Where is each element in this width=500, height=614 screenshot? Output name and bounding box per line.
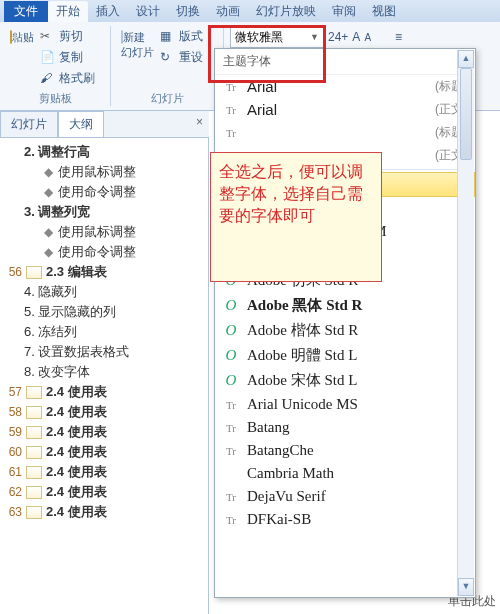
annotation-box-fontpicker [208,25,326,83]
slide-number: 61 [6,465,22,479]
slide-number: 60 [6,445,22,459]
outline-text: 2.4 使用表 [46,403,107,421]
slide-number: 59 [6,425,22,439]
font-name: Adobe 宋体 Std L [247,371,357,390]
menu-tab-view[interactable]: 视图 [364,1,404,22]
slide-thumbnail-icon [26,486,42,499]
slide-thumbnail-icon [26,506,42,519]
font-option[interactable]: Cambria Math [215,462,475,485]
font-name: DFKai-SB [247,511,311,528]
bullet-icon: ◆ [42,165,54,179]
font-name: Adobe 楷体 Std R [247,321,358,340]
format-painter-button[interactable]: 🖌格式刷 [38,68,97,89]
reset-button[interactable]: ↻重设 [158,47,205,68]
outline-item[interactable]: ◆使用命令调整 [0,182,208,202]
font-name: BatangChe [247,442,314,459]
outline-item[interactable]: 582.4 使用表 [0,402,208,422]
outline-item[interactable]: 6. 冻结列 [0,322,208,342]
slide-thumbnail-icon [26,426,42,439]
outline-item[interactable]: 3. 调整列宽 [0,202,208,222]
copy-button[interactable]: 📄复制 [38,47,97,68]
clipboard-group-label: 剪贴板 [6,89,104,106]
annotation-callout: 全选之后，便可以调整字体，选择自己需要的字体即可 [210,152,382,282]
cut-button[interactable]: ✂剪切 [38,26,97,47]
new-slide-button[interactable]: 新建 幻灯片 [117,26,158,68]
outline-text: 使用命令调整 [58,243,136,261]
outline-text: 2.4 使用表 [46,503,107,521]
font-name: Arial Unicode MS [247,396,358,413]
font-option[interactable]: OAdobe 宋体 Std L [215,368,475,393]
outline-item[interactable]: 612.4 使用表 [0,462,208,482]
layout-button[interactable]: ▦版式 [158,26,205,47]
font-size-field[interactable]: 24+ [328,30,348,44]
outline-item[interactable]: 562.3 编辑表 [0,262,208,282]
scroll-thumb[interactable] [460,68,472,160]
outline-item[interactable]: 7. 设置数据表格式 [0,342,208,362]
outline-text: 2.4 使用表 [46,463,107,481]
font-option[interactable]: TrArial(正文) [215,98,475,121]
menu-tab-home[interactable]: 开始 [48,1,88,22]
bullet-icon: ◆ [42,245,54,259]
font-grow-icon[interactable]: A [352,30,360,44]
scroll-up-button[interactable]: ▲ [458,50,474,68]
font-name: DejaVu Serif [247,488,326,505]
font-type-icon: Tr [223,399,239,411]
outline-item[interactable]: 592.4 使用表 [0,422,208,442]
font-shrink-icon[interactable]: A [364,32,371,43]
outline-text: 7. 设置数据表格式 [24,343,129,361]
outline-item[interactable]: 632.4 使用表 [0,502,208,522]
outline-text: 6. 冻结列 [24,323,77,341]
menu-tab-transition[interactable]: 切换 [168,1,208,22]
font-dropdown-panel: 主题字体 TrArial(标题)TrArial(正文)Tr(标题)Tr(正文) … [214,48,476,598]
outline-item[interactable]: 2. 调整行高 [0,142,208,162]
outline-item[interactable]: ◆使用鼠标调整 [0,162,208,182]
slide-number: 62 [6,485,22,499]
font-name: Adobe 明體 Std L [247,346,357,365]
font-type-icon: Tr [223,127,239,139]
menu-file[interactable]: 文件 [4,1,48,22]
font-name: Arial [247,101,277,118]
tab-outline[interactable]: 大纲 [58,111,104,137]
font-option[interactable]: OAdobe 黑体 Std R [215,293,475,318]
outline-item[interactable]: 5. 显示隐藏的列 [0,302,208,322]
font-type-icon: O [223,322,239,339]
slide-thumbnail-icon [26,266,42,279]
font-type-icon: Tr [223,104,239,116]
font-option[interactable]: OAdobe 楷体 Std R [215,318,475,343]
outline-item[interactable]: 8. 改变字体 [0,362,208,382]
font-list-scrollbar[interactable]: ▲ ▼ [457,50,474,596]
font-option[interactable]: TrArial Unicode MS [215,393,475,416]
font-option[interactable]: OAdobe 明體 Std L [215,343,475,368]
font-option[interactable]: Tr(标题) [215,121,475,144]
font-option[interactable]: TrDFKai-SB [215,508,475,531]
tab-slides[interactable]: 幻灯片 [0,111,58,137]
scroll-down-button[interactable]: ▼ [458,578,474,596]
menu-tab-review[interactable]: 审阅 [324,1,364,22]
menu-tab-slideshow[interactable]: 幻灯片放映 [248,1,324,22]
outline-item[interactable]: ◆使用鼠标调整 [0,222,208,242]
menu-tab-insert[interactable]: 插入 [88,1,128,22]
slide-thumbnail-icon [26,466,42,479]
outline-text: 2. 调整行高 [24,143,90,161]
outline-text: 使用命令调整 [58,183,136,201]
paste-icon [10,30,12,44]
outline-text: 使用鼠标调整 [58,223,136,241]
font-option[interactable]: TrBatangChe [215,439,475,462]
menubar: 文件 开始 插入 设计 切换 动画 幻灯片放映 审阅 视图 [0,0,500,22]
font-name: Adobe 黑体 Std R [247,296,362,315]
outline-item[interactable]: 572.4 使用表 [0,382,208,402]
slide-thumbnail-icon [26,406,42,419]
font-type-icon: Tr [223,445,239,457]
outline-item[interactable]: 602.4 使用表 [0,442,208,462]
outline-item[interactable]: 4. 隐藏列 [0,282,208,302]
outline-pane: 幻灯片 大纲 × 2. 调整行高◆使用鼠标调整◆使用命令调整3. 调整列宽◆使用… [0,111,209,614]
list-icon[interactable]: ≡ [395,30,402,44]
menu-tab-design[interactable]: 设计 [128,1,168,22]
outline-item[interactable]: ◆使用命令调整 [0,242,208,262]
font-option[interactable]: TrBatang [215,416,475,439]
paste-button[interactable]: 粘贴 [6,26,38,89]
close-pane-button[interactable]: × [190,111,209,137]
outline-item[interactable]: 622.4 使用表 [0,482,208,502]
menu-tab-animation[interactable]: 动画 [208,1,248,22]
font-option[interactable]: TrDejaVu Serif [215,485,475,508]
